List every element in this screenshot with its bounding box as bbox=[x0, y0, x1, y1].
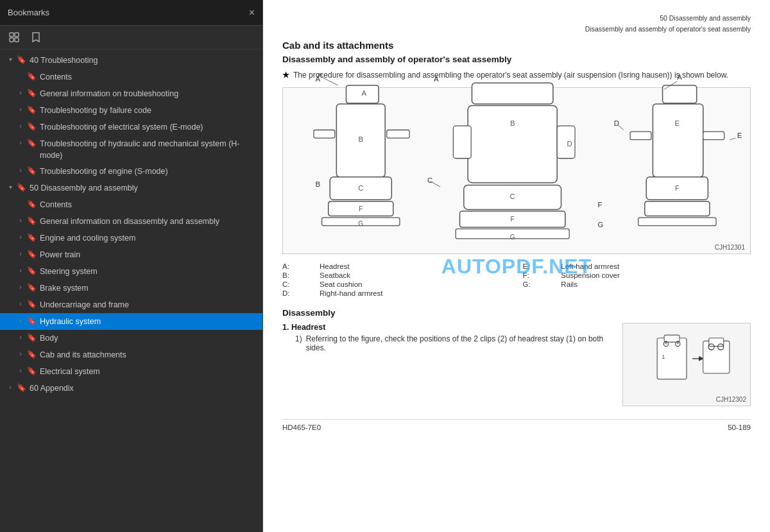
svg-rect-58 bbox=[709, 338, 724, 346]
svg-text:E: E bbox=[675, 119, 680, 127]
expand-icon: › bbox=[15, 300, 26, 309]
bookmark-icon: 🔖 bbox=[26, 105, 37, 116]
sidebar-item-60-appendix[interactable]: › 🔖 60 Appendix bbox=[0, 380, 262, 397]
expand-all-button[interactable] bbox=[5, 30, 23, 45]
bookmark-icon: 🔖 bbox=[15, 382, 27, 393]
svg-text:F: F bbox=[597, 200, 602, 208]
page-header-line1: 50 Disassembly and assembly bbox=[282, 13, 751, 24]
expand-icon: › bbox=[5, 383, 15, 392]
svg-text:A: A bbox=[434, 75, 439, 83]
sidebar-header: Bookmarks × bbox=[0, 0, 262, 26]
page-footer-right: 50-189 bbox=[728, 424, 751, 431]
seat-diagram-svg: A B C F G A bbox=[289, 73, 744, 268]
sidebar-item-hydraulic-system[interactable]: › 🔖 Hydraulic system bbox=[0, 313, 262, 330]
legend-key: B: bbox=[282, 271, 320, 280]
svg-rect-33 bbox=[630, 132, 651, 140]
svg-text:B: B bbox=[510, 119, 515, 127]
sidebar-item-steering[interactable]: › 🔖 Steering system bbox=[0, 263, 262, 280]
legend-value: Seat cushion bbox=[320, 280, 522, 289]
sub-title: Disassembly and assembly of operator's s… bbox=[282, 55, 751, 64]
expand-icon: › bbox=[15, 122, 26, 131]
sidebar-item-undercarriage[interactable]: › 🔖 Undercarriage and frame bbox=[0, 296, 262, 313]
bookmark-icon: 🔖 bbox=[26, 249, 37, 260]
bookmark-icon: 🔖 bbox=[26, 349, 37, 360]
expand-icon: › bbox=[15, 266, 26, 275]
sidebar-item-brake[interactable]: › 🔖 Brake system bbox=[0, 280, 262, 296]
sidebar-item-label: Engine and cooling system bbox=[37, 232, 257, 245]
note-star: ★ bbox=[282, 71, 289, 80]
sidebar-item-body[interactable]: › 🔖 Body bbox=[0, 330, 262, 347]
sidebar-item-troubleshooting-hydraulic[interactable]: › 🔖 Troubleshooting of hydraulic and mec… bbox=[0, 135, 262, 163]
svg-text:C: C bbox=[427, 176, 432, 184]
legend-key2: F: bbox=[522, 271, 561, 280]
sidebar-item-electrical[interactable]: › 🔖 Electrical system bbox=[0, 363, 262, 380]
expand-icon: ▾ bbox=[5, 183, 15, 192]
expand-icon: ▾ bbox=[5, 55, 15, 64]
sidebar-item-troubleshooting-engine[interactable]: › 🔖 Troubleshooting of engine (S-mode) bbox=[0, 163, 262, 180]
bookmark-icon: 🔖 bbox=[26, 299, 37, 310]
sidebar-item-50-disassembly[interactable]: ▾ 🔖 50 Disassembly and assembly bbox=[0, 180, 262, 196]
bookmark-icon: 🔖 bbox=[26, 266, 37, 277]
svg-text:G: G bbox=[358, 220, 363, 227]
legend-value: Right-hand armrest bbox=[320, 289, 522, 298]
expand-icon: › bbox=[15, 333, 26, 342]
legend-row: D: Right-hand armrest bbox=[282, 289, 751, 298]
sidebar-item-label: 40 Troubleshooting bbox=[27, 54, 257, 67]
sidebar-item-contents-50[interactable]: 🔖 Contents bbox=[0, 196, 262, 213]
svg-rect-30 bbox=[663, 85, 697, 103]
close-button[interactable]: × bbox=[249, 8, 255, 18]
sidebar-item-40-troubleshooting[interactable]: ▾ 🔖 40 Troubleshooting bbox=[0, 52, 262, 69]
bookmark-icon: 🔖 bbox=[15, 55, 27, 65]
sidebar-item-troubleshooting-failure-code[interactable]: › 🔖 Troubleshooting by failure code bbox=[0, 102, 262, 119]
page-header: 50 Disassembly and assembly Disassembly … bbox=[282, 13, 751, 35]
bookmark-icon: 🔖 bbox=[26, 121, 37, 132]
sidebar-item-engine-cooling[interactable]: › 🔖 Engine and cooling system bbox=[0, 230, 262, 246]
sidebar-item-power-train[interactable]: › 🔖 Power train bbox=[0, 246, 262, 263]
bookmark-icon: 🔖 bbox=[26, 316, 37, 327]
bookmark-icon: 🔖 bbox=[26, 199, 37, 210]
sidebar-item-label: Troubleshooting by failure code bbox=[37, 104, 257, 117]
svg-text:G: G bbox=[597, 221, 603, 228]
page-footer-left: HD465-7E0 bbox=[282, 424, 321, 431]
svg-text:C: C bbox=[358, 184, 363, 192]
item1-sub1-num: 1) bbox=[295, 334, 302, 352]
headrest-svg: 1 2 2 bbox=[629, 329, 744, 400]
expand-icon: › bbox=[15, 139, 26, 148]
sidebar-tree: ▾ 🔖 40 Troubleshooting 🔖 Contents › 🔖 Ge… bbox=[0, 49, 262, 532]
legend-key: D: bbox=[282, 289, 320, 298]
sidebar-item-contents-40[interactable]: 🔖 Contents bbox=[0, 69, 262, 85]
expand-icon: › bbox=[15, 283, 26, 292]
diagram-ref: CJH12301 bbox=[715, 244, 745, 251]
sidebar-item-cab-attachments[interactable]: › 🔖 Cab and its attachments bbox=[0, 347, 262, 363]
svg-text:C: C bbox=[510, 193, 515, 200]
sidebar-item-label: 60 Appendix bbox=[27, 382, 257, 395]
legend-value2: Suspension cover bbox=[561, 271, 751, 280]
expand-icon: › bbox=[15, 105, 26, 114]
expand-icon: › bbox=[15, 166, 26, 175]
svg-rect-18 bbox=[472, 83, 552, 104]
item1-label: 1. Headrest bbox=[282, 323, 610, 332]
sidebar-item-label: Hydraulic system bbox=[37, 315, 257, 328]
sidebar-item-label: 50 Disassembly and assembly bbox=[27, 182, 257, 194]
svg-line-16 bbox=[322, 77, 338, 85]
bookmarks-sidebar: Bookmarks × ▾ 🔖 40 Troubleshooting 🔖 bbox=[0, 0, 263, 532]
sidebar-item-label: Electrical system bbox=[37, 365, 257, 378]
legend-row: C: Seat cushion G: Rails bbox=[282, 280, 751, 289]
svg-text:A: A bbox=[677, 73, 682, 81]
bookmark-view-button[interactable] bbox=[27, 30, 45, 45]
item1-sub1-text: Referring to the figure, check the posit… bbox=[306, 334, 610, 352]
svg-text:2: 2 bbox=[665, 339, 667, 345]
sidebar-item-label: Brake system bbox=[37, 282, 257, 295]
sidebar-item-label: Steering system bbox=[37, 265, 257, 278]
svg-text:F: F bbox=[675, 185, 679, 192]
page-header-line2: Disassembly and assembly of operator's s… bbox=[282, 24, 751, 35]
sidebar-item-label: Cab and its attachments bbox=[37, 348, 257, 361]
svg-rect-21 bbox=[557, 126, 575, 159]
svg-rect-1 bbox=[15, 33, 19, 37]
sidebar-item-troubleshooting-electrical[interactable]: › 🔖 Troubleshooting of electrical system… bbox=[0, 119, 262, 135]
sidebar-item-general-info-troubleshooting[interactable]: › 🔖 General information on troubleshooti… bbox=[0, 85, 262, 102]
expand-icon: › bbox=[15, 366, 26, 375]
legend-value: Seatback bbox=[320, 271, 522, 280]
svg-rect-31 bbox=[653, 104, 703, 177]
sidebar-item-general-disassembly[interactable]: › 🔖 General information on disassembly a… bbox=[0, 213, 262, 230]
